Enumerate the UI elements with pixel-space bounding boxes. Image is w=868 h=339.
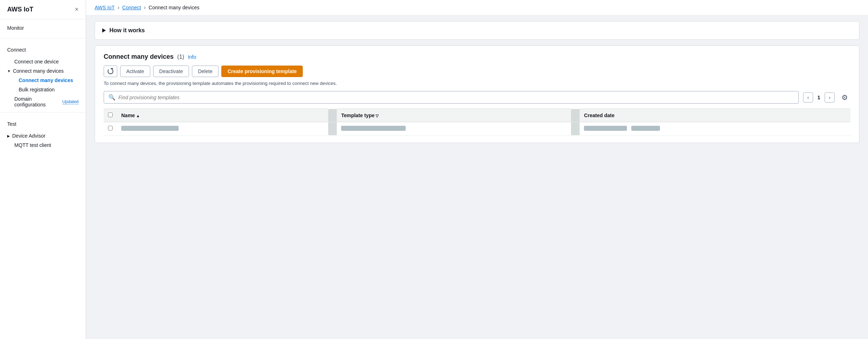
sidebar-section-connect: Connect — [0, 41, 86, 57]
prev-page-button[interactable]: ‹ — [803, 92, 813, 102]
search-icon: 🔍 — [108, 94, 115, 101]
row-name-cell — [117, 122, 328, 135]
main-card: Connect many devices (1) Info Activate D… — [95, 46, 859, 143]
table-header-template-type[interactable]: Template type — [337, 109, 571, 122]
deactivate-button[interactable]: Deactivate — [153, 66, 189, 77]
sidebar-label-device-advisor: Device Advisor — [12, 133, 46, 139]
refresh-button[interactable] — [104, 66, 117, 77]
table-header-checkbox-col — [104, 109, 117, 122]
card-title-row: Connect many devices (1) Info — [104, 53, 850, 61]
sidebar-label-domain-configurations: Domain configurations — [14, 96, 60, 108]
sidebar-label-test: Test — [7, 121, 79, 127]
create-provisioning-template-button[interactable]: Create provisioning template — [221, 66, 303, 77]
table-header-row: Name Template type Created date — [104, 109, 850, 122]
how-it-works-label: How it works — [109, 27, 145, 34]
breadcrumb-current: Connect many devices — [148, 5, 199, 10]
breadcrumb-connect[interactable]: Connect — [122, 5, 141, 10]
search-box: 🔍 — [104, 91, 799, 104]
select-all-checkbox[interactable] — [108, 113, 113, 117]
col-divider-1 — [328, 109, 337, 122]
count-badge: (1) — [177, 54, 184, 60]
table-row — [104, 122, 850, 135]
sidebar-item-domain-configurations[interactable]: Domain configurations Updated — [0, 94, 86, 109]
page-number: 1 — [815, 95, 822, 100]
breadcrumb-sep-2: › — [144, 4, 146, 11]
sidebar-item-connect-many-devices-parent[interactable]: ▼ Connect many devices — [0, 66, 86, 76]
table-settings-button[interactable]: ⚙ — [839, 92, 850, 103]
toolbar: Activate Deactivate Delete Create provis… — [104, 66, 850, 77]
col-divider-2 — [571, 109, 580, 122]
refresh-icon — [108, 68, 113, 74]
breadcrumb-aws-iot[interactable]: AWS IoT — [95, 5, 115, 10]
sidebar-section-test: Test — [0, 115, 86, 131]
sidebar-item-connect-many-devices-child[interactable]: Connect many devices — [0, 76, 86, 85]
search-row: 🔍 ‹ 1 › ⚙ — [104, 91, 850, 104]
breadcrumb: AWS IoT › Connect › Connect many devices — [86, 0, 868, 15]
next-page-button[interactable]: › — [825, 92, 835, 102]
table-header-name[interactable]: Name — [117, 109, 328, 122]
updated-badge: Updated — [62, 99, 79, 105]
sidebar-section-monitor: Monitor — [0, 19, 86, 35]
expand-icon — [102, 28, 106, 33]
card-title: Connect many devices — [104, 53, 174, 61]
delete-button[interactable]: Delete — [192, 66, 218, 77]
sidebar-label-monitor: Monitor — [7, 25, 79, 31]
sidebar-divider-1 — [0, 38, 86, 38]
row-created-date-cell — [580, 122, 850, 135]
sidebar: AWS IoT × Monitor Connect Connect one de… — [0, 0, 86, 339]
row-name-value — [121, 126, 179, 131]
sidebar-label-connect: Connect — [7, 47, 79, 53]
row-created-date-value — [584, 126, 627, 131]
arrow-right-icon: ▶ — [7, 134, 10, 138]
table-body — [104, 122, 850, 135]
activate-button[interactable]: Activate — [120, 66, 150, 77]
pagination-controls: ‹ 1 › — [803, 92, 835, 102]
table-header-created-date[interactable]: Created date — [580, 109, 850, 122]
row-divider-2 — [571, 122, 580, 135]
sidebar-close-button[interactable]: × — [75, 6, 79, 13]
sidebar-item-device-advisor[interactable]: ▶ Device Advisor — [0, 131, 86, 140]
row-checkbox[interactable] — [108, 126, 113, 130]
row-divider-1 — [328, 122, 337, 135]
info-link[interactable]: Info — [188, 54, 196, 60]
sidebar-header: AWS IoT × — [0, 0, 86, 19]
arrow-down-icon: ▼ — [7, 69, 11, 73]
sidebar-label-connect-many-devices: Connect many devices — [13, 68, 64, 74]
sidebar-item-mqtt-test-client[interactable]: MQTT test client — [0, 140, 86, 150]
sidebar-divider-2 — [0, 112, 86, 113]
search-input[interactable] — [118, 95, 794, 100]
row-created-date-value2 — [631, 126, 660, 131]
main-content: AWS IoT › Connect › Connect many devices… — [86, 0, 868, 339]
table-head: Name Template type Created date — [104, 109, 850, 122]
sidebar-item-bulk-registration[interactable]: Bulk registration — [0, 85, 86, 94]
sidebar-title: AWS IoT — [7, 6, 33, 13]
how-it-works-panel: How it works — [95, 21, 859, 40]
row-checkbox-cell — [104, 122, 117, 135]
data-table: Name Template type Created date — [104, 109, 850, 135]
breadcrumb-sep-1: › — [118, 4, 119, 11]
row-template-type-value — [341, 126, 406, 131]
description-text: To connect many devices, the provisionin… — [104, 81, 850, 86]
row-template-type-cell — [337, 122, 571, 135]
how-it-works-toggle[interactable]: How it works — [102, 27, 852, 34]
sidebar-item-connect-one-device[interactable]: Connect one device — [0, 57, 86, 66]
content-area: How it works Connect many devices (1) In… — [86, 15, 868, 149]
